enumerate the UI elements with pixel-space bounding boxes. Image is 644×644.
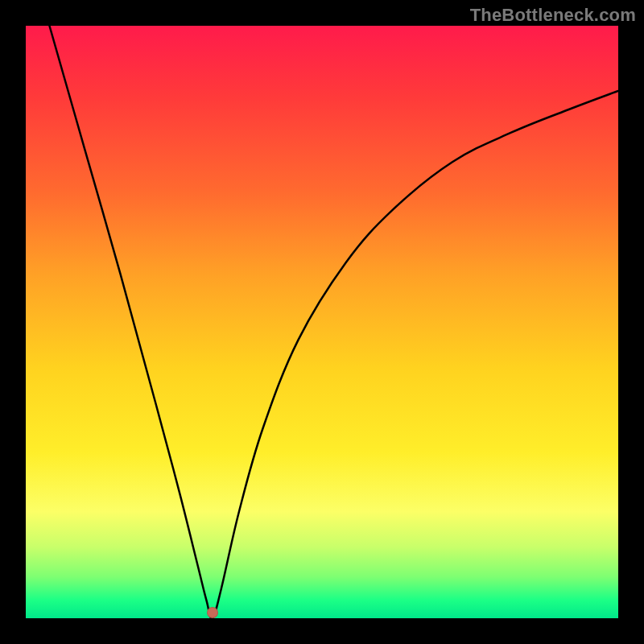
plot-area — [26, 26, 618, 618]
watermark-text: TheBottleneck.com — [470, 5, 636, 26]
chart-frame: TheBottleneck.com — [0, 0, 644, 644]
bottleneck-curve — [26, 26, 618, 618]
balance-point-dot — [207, 607, 218, 618]
